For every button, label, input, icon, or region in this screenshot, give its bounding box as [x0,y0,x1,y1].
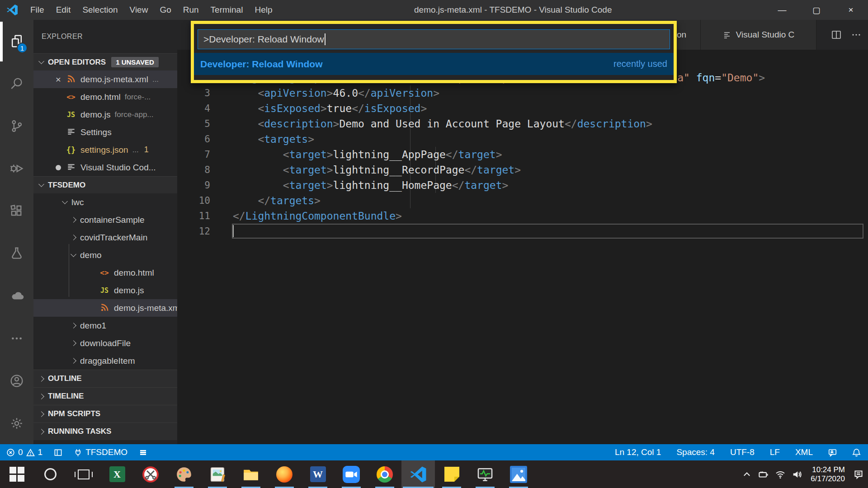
cursor-position[interactable]: Ln 12, Col 1 [615,447,661,457]
open-editor-demo-html[interactable]: <>demo.htmlforce-... [33,88,177,106]
taskbar-word-icon[interactable]: W [301,460,335,488]
taskbar-chrome-icon[interactable] [368,460,401,488]
activity-run-debug-icon[interactable] [0,147,33,190]
activity-explorer-icon[interactable]: 1 [0,20,33,62]
activity-source-control-icon[interactable] [0,105,33,147]
code-line-12[interactable]: 12 [177,224,868,239]
menu-view[interactable]: View [124,0,154,20]
menu-go[interactable]: Go [154,0,177,20]
section-timeline[interactable]: TIMELINE [33,387,177,405]
windows-taskbar: XW 10:24 PM 6/17/2020 [0,460,868,488]
tree-item-containersample[interactable]: containerSample [33,211,177,229]
taskbar-task-view-icon[interactable] [67,460,100,488]
code-line-8[interactable]: 8 <target>lightning__RecordPage</target> [177,162,868,178]
task-list-button[interactable] [139,448,147,457]
indentation-setting[interactable]: Spaces: 4 [676,447,715,457]
tree-item-covidtrackermain[interactable]: covidTrackerMain [33,229,177,246]
taskbar-sticky-notes-icon[interactable] [435,460,468,488]
maximize-button[interactable]: ▢ [799,0,834,20]
activity-settings-gear-icon[interactable] [0,402,33,445]
tree-item-demo[interactable]: demo [33,246,177,264]
editor-group[interactable]: on Visual Studio C 2<LightningComponentB… [177,20,868,444]
wifi-icon[interactable] [775,469,785,479]
sidebar-title: EXPLORER [33,20,177,53]
editor-layout-button[interactable] [54,448,62,457]
section-npm-scripts[interactable]: NPM SCRIPTS [33,405,177,422]
open-editor-visual-studio-cod[interactable]: Visual Studio Cod... [33,159,177,176]
split-editor-icon[interactable] [831,29,842,40]
default-org-button[interactable]: TFSDEMO [74,447,127,457]
taskbar-photos-icon[interactable] [502,460,535,488]
activity-more-views-icon[interactable] [0,317,33,360]
menu-file[interactable]: File [24,0,50,20]
taskbar-zoom-icon[interactable] [335,460,368,488]
workspace-header[interactable]: TFSDEMO [33,176,177,193]
menu-run[interactable]: Run [177,0,205,20]
activity-search-icon[interactable] [0,62,33,105]
open-editor-demo-js[interactable]: JSdemo.jsforce-app... [33,106,177,123]
tree-item-demo1[interactable]: demo1 [33,317,177,334]
command-result-item[interactable]: Developer: Reload Window recently used [194,53,674,75]
menu-help[interactable]: Help [249,0,278,20]
language-mode[interactable]: XML [795,447,813,457]
problems-indicator[interactable]: 0 1 [6,447,42,457]
code-line-5[interactable]: 5 <description>Demo and Used in Account … [177,116,868,131]
action-center-icon[interactable] [854,469,863,479]
taskbar-file-explorer-icon[interactable] [234,460,268,488]
tree-item-lwc[interactable]: lwc [33,193,177,211]
taskbar-paint-icon[interactable] [167,460,201,488]
code-line-4[interactable]: 4 <isExposed>true</isExposed> [177,101,868,116]
eol-setting[interactable]: LF [770,447,780,457]
taskbar-task-manager-icon[interactable] [468,460,502,488]
close-button[interactable]: × [834,0,868,20]
activity-account-icon[interactable] [0,360,33,402]
window-title: demo.js-meta.xml - TFSDEMO - Visual Stud… [414,0,612,20]
tree-item-downloadfile[interactable]: downloadFile [33,334,177,352]
taskbar-excel-icon[interactable]: X [100,460,134,488]
tab-visual-studio-settings[interactable]: Visual Studio C [701,20,816,50]
open-editors-header[interactable]: OPEN EDITORS 1 UNSAVED [33,53,177,70]
notifications-bell-icon[interactable] [852,448,861,457]
taskbar-clock[interactable]: 10:24 PM 6/17/2020 [811,465,845,483]
taskbar-start-button[interactable] [0,460,33,488]
activity-salesforce-cloud-icon[interactable] [0,275,33,317]
open-editor-settings[interactable]: Settings [33,123,177,141]
taskbar-snipping-tool-icon[interactable] [134,460,167,488]
tree-item-demo-js-meta-xml[interactable]: demo.js-meta.xml [33,299,177,317]
more-actions-icon[interactable] [851,29,862,40]
code-line-9[interactable]: 9 <target>lightning__HomePage</target> [177,178,868,193]
code-area[interactable]: 2<LightningComponentBundle xmlns="http:/… [177,70,868,239]
section-outline[interactable]: OUTLINE [33,370,177,387]
encoding-setting[interactable]: UTF-8 [730,447,755,457]
tab-overflow-fragment[interactable]: on [677,20,701,50]
open-editor-settings-json[interactable]: {}settings.json...1 [33,141,177,159]
minimize-button[interactable]: — [765,0,799,20]
taskbar-cortana-icon[interactable] [33,460,67,488]
battery-icon[interactable] [759,469,769,479]
file-description: ... [152,75,159,84]
activity-testing-icon[interactable] [0,232,33,275]
feedback-icon[interactable] [828,448,837,457]
open-editor-demo-js-meta-xml[interactable]: ×demo.js-meta.xml... [33,70,177,88]
menu-selection[interactable]: Selection [76,0,123,20]
section-running-tasks[interactable]: RUNNING TASKS [33,422,177,440]
close-editor-icon[interactable]: × [56,74,61,85]
tree-item-draggableitem[interactable]: draggableItem [33,352,177,370]
code-line-11[interactable]: 11</LightningComponentBundle> [177,208,868,224]
menu-edit[interactable]: Edit [50,0,77,20]
taskbar-image-editor-icon[interactable] [201,460,234,488]
unsaved-dot-icon[interactable] [56,165,61,170]
activity-extensions-icon[interactable] [0,190,33,232]
command-input[interactable]: >Developer: Reload Window [198,29,670,49]
code-line-10[interactable]: 10 </targets> [177,193,868,208]
code-line-6[interactable]: 6 <targets> [177,131,868,147]
tree-item-demo-html[interactable]: <>demo.html [33,264,177,282]
code-line-3[interactable]: 3 <apiVersion>46.0</apiVersion> [177,85,868,101]
menu-terminal[interactable]: Terminal [205,0,249,20]
tree-item-demo-js[interactable]: JSdemo.js [33,282,177,299]
tray-expand-icon[interactable] [742,469,752,479]
code-line-7[interactable]: 7 <target>lightning__AppPage</target> [177,147,868,162]
taskbar-vscode-icon[interactable] [401,460,435,488]
taskbar-firefox-icon[interactable] [268,460,301,488]
volume-icon[interactable] [792,469,802,479]
